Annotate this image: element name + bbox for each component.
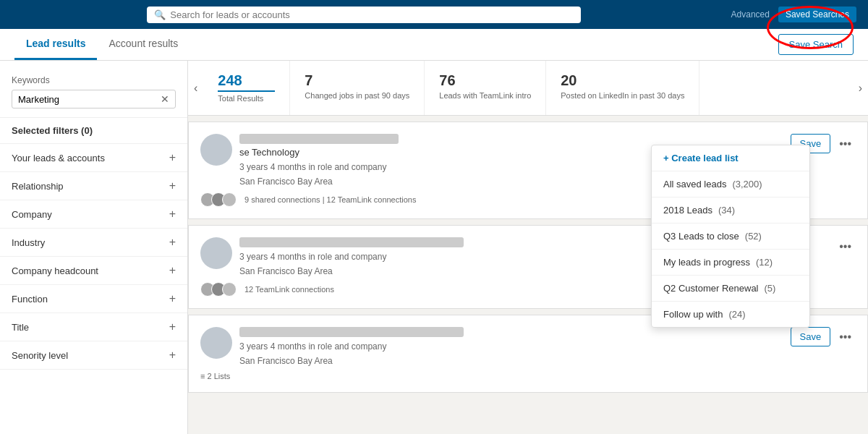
filter-label: Senority level — [12, 350, 68, 361]
expand-icon: + — [169, 349, 176, 362]
search-input[interactable] — [170, 9, 574, 20]
dropdown-item-count: (34) — [718, 205, 735, 216]
expand-icon: + — [169, 179, 176, 192]
stat-posted[interactable]: 20 Posted on LinkedIn in past 30 days — [546, 61, 699, 115]
expand-icon: + — [169, 236, 176, 249]
filter-industry[interactable]: Industry + — [0, 229, 187, 257]
filter-title[interactable]: Title + — [0, 313, 187, 341]
more-options-button[interactable]: ••• — [835, 328, 856, 346]
more-options-button[interactable]: ••• — [835, 135, 856, 153]
dropdown-item-q2[interactable]: Q2 Customer Renewal (5) — [652, 276, 809, 302]
top-nav: 🔍 Advanced Saved Searches — [0, 0, 868, 29]
filter-relationship[interactable]: Relationship + — [0, 172, 187, 200]
main-layout: Keywords ✕ Selected filters (0) Your lea… — [0, 61, 868, 434]
lead-info: 3 years 4 months in role and company San… — [200, 237, 464, 276]
lead-actions: ••• — [835, 237, 856, 256]
keywords-label: Keywords — [12, 75, 176, 85]
dropdown-item-all-saved[interactable]: All saved leads (3,200) — [652, 171, 809, 197]
stat-number: 7 — [305, 72, 409, 89]
lists-text: ≡ 2 Lists — [200, 372, 856, 380]
lead-name-blurred — [239, 237, 464, 247]
connection-avatars — [200, 192, 233, 207]
keywords-section: Keywords ✕ — [0, 69, 187, 118]
avatar — [200, 327, 232, 359]
keyword-input[interactable] — [18, 94, 161, 105]
filter-label: Company headcount — [12, 265, 98, 276]
stat-total[interactable]: 248 Total Results — [203, 61, 290, 115]
dropdown-item-count: (52) — [745, 231, 762, 242]
stat-number: 20 — [561, 72, 684, 89]
dropdown-item-count: (3,200) — [732, 179, 762, 190]
stats-bar: ‹ 248 Total Results 7 Changed jobs in pa… — [188, 61, 868, 116]
expand-icon: + — [169, 151, 176, 164]
stat-number: 248 — [218, 72, 275, 92]
tabs: Lead results Account results — [14, 29, 190, 60]
stats-nav-right[interactable]: › — [853, 61, 868, 115]
save-search-button[interactable]: Save Search — [778, 34, 854, 55]
tab-account-results[interactable]: Account results — [97, 29, 190, 60]
selected-filters[interactable]: Selected filters (0) — [0, 118, 187, 144]
lead-meta-role: 3 years 4 months in role and company — [239, 252, 464, 262]
stat-label: Changed jobs in past 90 days — [305, 90, 409, 101]
lead-actions: Save ••• — [791, 327, 856, 346]
filter-company-headcount[interactable]: Company headcount + — [0, 257, 187, 285]
conn-avatar — [222, 192, 237, 207]
filter-label: Relationship — [12, 181, 64, 192]
advanced-link[interactable]: Advanced — [731, 9, 770, 20]
stats-nav-left[interactable]: ‹ — [188, 61, 203, 115]
tab-lead-results[interactable]: Lead results — [14, 29, 97, 60]
lead-company: se Technology — [239, 147, 399, 158]
dropdown-item-label: Follow up with — [663, 309, 723, 320]
lead-name-blurred — [239, 327, 464, 337]
keyword-input-wrap: ✕ — [12, 90, 176, 109]
dropdown-item-label: Q2 Customer Renewal — [663, 283, 759, 294]
dropdown-item-q3[interactable]: Q3 Leads to close (52) — [652, 224, 809, 250]
filter-label: Function — [12, 294, 48, 305]
stat-teamlink[interactable]: 76 Leads with TeamLink intro — [425, 61, 546, 115]
stat-label: Leads with TeamLink intro — [439, 90, 531, 101]
filter-function[interactable]: Function + — [0, 285, 187, 313]
dropdown-item-my-leads[interactable]: My leads in progress (12) — [652, 250, 809, 276]
lead-info: 3 years 4 months in role and company San… — [200, 327, 464, 366]
connections-text: 12 TeamLink connections — [244, 285, 334, 294]
stat-number: 76 — [439, 72, 531, 89]
connection-avatars — [200, 282, 233, 297]
filter-your-leads[interactable]: Your leads & accounts + — [0, 144, 187, 172]
dropdown-item-label: 2018 Leads — [663, 205, 712, 216]
saved-searches-button[interactable]: Saved Searches — [778, 7, 856, 22]
lead-meta-role: 3 years 4 months in role and company — [239, 341, 464, 352]
conn-avatar — [222, 282, 237, 297]
dropdown-item-count: (12) — [756, 257, 773, 268]
selected-filters-label: Selected filters (0) — [12, 125, 93, 136]
filter-label: Industry — [12, 237, 45, 248]
dropdown-item-2018[interactable]: 2018 Leads (34) — [652, 197, 809, 224]
filter-company[interactable]: Company + — [0, 200, 187, 229]
expand-icon: + — [169, 320, 176, 333]
sidebar: Keywords ✕ Selected filters (0) Your lea… — [0, 61, 188, 434]
lead-info: se Technology 3 years 4 months in role a… — [200, 134, 399, 187]
avatar — [200, 237, 232, 269]
dropdown-item-follow-up[interactable]: Follow up with (24) — [652, 302, 809, 327]
stat-label: Posted on LinkedIn in past 30 days — [561, 90, 684, 101]
stat-label: Total Results — [218, 93, 275, 103]
lead-meta-role: 3 years 4 months in role and company — [239, 162, 399, 172]
filter-senority[interactable]: Senority level + — [0, 341, 187, 370]
filter-label: Title — [12, 322, 29, 333]
lead-name-blurred — [239, 134, 399, 144]
dropdown-item-label: My leads in progress — [663, 257, 750, 268]
expand-icon: + — [169, 292, 176, 305]
avatar — [200, 134, 232, 166]
filter-label: Your leads & accounts — [12, 153, 105, 163]
dropdown-menu: + Create lead list All saved leads (3,20… — [651, 145, 810, 328]
keyword-clear-icon[interactable]: ✕ — [161, 93, 169, 105]
more-options-button[interactable]: ••• — [835, 237, 856, 256]
content-area: ‹ 248 Total Results 7 Changed jobs in pa… — [188, 61, 868, 434]
create-lead-list-item[interactable]: + Create lead list — [652, 145, 809, 171]
filter-label: Company — [12, 209, 52, 220]
stat-changed-jobs[interactable]: 7 Changed jobs in past 90 days — [290, 61, 425, 115]
dropdown-item-label: All saved leads — [663, 179, 726, 190]
dropdown-item-count: (5) — [765, 283, 776, 294]
search-bar[interactable]: 🔍 — [147, 7, 581, 23]
expand-icon: + — [169, 264, 176, 277]
save-lead-button[interactable]: Save — [791, 327, 831, 346]
